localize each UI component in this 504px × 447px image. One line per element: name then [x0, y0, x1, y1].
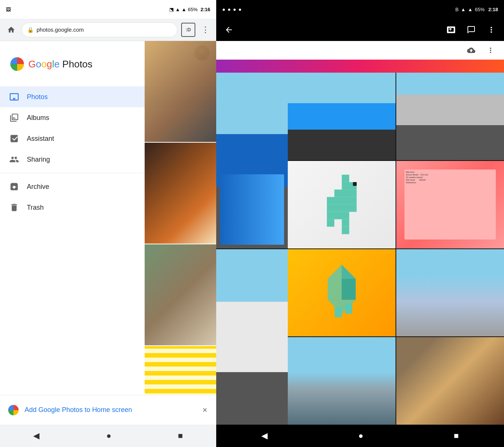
- time-left: 2:16: [201, 7, 210, 12]
- archive-nav-icon: [9, 181, 19, 192]
- svg-rect-17: [335, 307, 342, 317]
- photo-thumb-drink[interactable]: [145, 244, 216, 345]
- svg-rect-8: [327, 205, 357, 212]
- right-status-icons-right: B ▲ ▲ 65% 2:18: [456, 7, 498, 12]
- bluetooth-icon: ⬔: [169, 7, 174, 12]
- slide-menu: Google Photos Photos Albums Ass: [0, 41, 216, 447]
- upload-button[interactable]: [464, 43, 479, 58]
- photos-nav-icon: [9, 92, 19, 102]
- photo-icon-status: 🖼: [6, 7, 11, 12]
- trash-nav-label: Trash: [27, 204, 44, 212]
- photo-thumb-food1[interactable]: [145, 41, 216, 142]
- right-photo-grid: Web Push Service Worker CSS Grid ES modu…: [288, 73, 504, 425]
- wifi-icon: ▲: [175, 7, 180, 12]
- url-text: photos.google.com: [37, 26, 172, 33]
- archive-nav-label: Archive: [27, 183, 49, 191]
- signal-icon-right: ▲: [468, 7, 473, 12]
- back-button-left[interactable]: ◀: [33, 431, 40, 441]
- assistant-nav-label: Assistant: [27, 135, 54, 143]
- sharing-nav-icon: [9, 154, 19, 165]
- address-bar[interactable]: 🔒 photos.google.com: [22, 22, 177, 37]
- add-photo-button[interactable]: [443, 22, 459, 38]
- add-to-home-bar: Add Google Photos to Home screen ×: [0, 395, 216, 425]
- photo-strip-left: [145, 41, 216, 447]
- back-button-right[interactable]: [221, 22, 237, 38]
- svg-rect-4: [341, 175, 349, 182]
- svg-rect-11: [341, 219, 349, 227]
- top-partial-image: [216, 60, 504, 73]
- time-right: 2:18: [488, 7, 498, 12]
- photo-dino-3d[interactable]: [288, 249, 396, 337]
- add-to-home-text: Add Google Photos to Home screen: [25, 406, 196, 414]
- svg-rect-10: [327, 219, 334, 227]
- photo-truck-row1-left[interactable]: [288, 73, 396, 160]
- status-bar-right: ● ● ● ● B ▲ ▲ 65% 2:18: [216, 0, 504, 19]
- address-bar-area: 🔒 photos.google.com :D ⋮: [0, 19, 216, 41]
- whatsapp-icon: ●: [222, 6, 225, 12]
- photo-car-row1-right[interactable]: [396, 73, 504, 160]
- trash-nav-icon: [9, 202, 19, 213]
- svg-marker-16: [342, 279, 356, 299]
- status-bar-left: 🖼 ⬔ ▲ ▲ 65% 2:16: [0, 0, 216, 19]
- svg-rect-9: [327, 212, 349, 219]
- top-toolbar-right: [216, 19, 504, 41]
- back-button-right-nav[interactable]: ◀: [261, 431, 268, 441]
- chat-button[interactable]: [463, 22, 479, 38]
- more-button-right[interactable]: [483, 22, 500, 38]
- tab-switcher-button[interactable]: :D: [181, 23, 195, 37]
- photo-crowd-outdoor[interactable]: [288, 337, 396, 425]
- left-photo-strip: [216, 73, 288, 425]
- photo-thumb-steak[interactable]: [145, 143, 216, 244]
- svg-rect-13: [353, 182, 356, 186]
- battery-text: 65%: [188, 7, 198, 12]
- sharing-nav-label: Sharing: [27, 156, 50, 164]
- right-panel: ● ● ● ● B ▲ ▲ 65% 2:18: [216, 0, 504, 447]
- photo-actions-bar: [216, 41, 504, 60]
- actions-more-button[interactable]: [483, 43, 498, 58]
- wifi-icon-right: ▲: [461, 7, 466, 12]
- battery-right: 65%: [475, 7, 485, 12]
- bluetooth-icon-right: B: [456, 7, 459, 12]
- bottom-nav-bar-left: ◀ ● ■: [0, 425, 216, 447]
- recents-button-right-nav[interactable]: ■: [454, 431, 459, 441]
- browser-more-button[interactable]: ⋮: [199, 23, 212, 36]
- photo-building[interactable]: [396, 249, 504, 337]
- image-icon: ●: [233, 6, 236, 12]
- signal-icon: ▲: [182, 7, 186, 12]
- left-status-icons: 🖼: [6, 7, 11, 12]
- photo-food-bottles[interactable]: [396, 337, 504, 425]
- photos-nav-label: Photos: [27, 93, 48, 101]
- svg-marker-15: [342, 265, 356, 279]
- photos-container: Web Push Service Worker CSS Grid ES modu…: [216, 73, 504, 425]
- recents-button-left[interactable]: ■: [178, 431, 183, 441]
- right-status-icons-left: ● ● ● ●: [222, 6, 242, 12]
- svg-rect-12: [341, 227, 349, 234]
- left-panel: 🖼 ⬔ ▲ ▲ 65% 2:16 🔒 photos.google.com :D …: [0, 0, 216, 447]
- svg-rect-7: [327, 197, 357, 205]
- photo-car-white[interactable]: [216, 249, 288, 425]
- svg-rect-18: [345, 303, 352, 314]
- left-status-right: ⬔ ▲ ▲ 65% 2:16: [169, 7, 210, 12]
- home-button[interactable]: [4, 23, 18, 37]
- photo-trucks-blue[interactable]: [216, 73, 288, 248]
- assistant-nav-icon: [9, 133, 19, 144]
- albums-nav-icon: [9, 112, 19, 123]
- photo-dino-pixel[interactable]: [288, 161, 396, 248]
- home-button-left[interactable]: ●: [106, 431, 111, 441]
- lock-icon: 🔒: [27, 27, 34, 33]
- svg-rect-6: [334, 190, 357, 197]
- albums-nav-label: Albums: [27, 114, 49, 122]
- home-button-right-nav[interactable]: ●: [358, 431, 363, 441]
- close-add-button[interactable]: ×: [201, 404, 209, 416]
- bottom-nav-bar-right: ◀ ● ■: [216, 425, 504, 447]
- logo-text: Google Photos: [28, 58, 92, 70]
- bell-icon: ●: [227, 6, 230, 12]
- shield-icon: ●: [238, 6, 241, 12]
- photo-tech-slide[interactable]: Web Push Service Worker CSS Grid ES modu…: [396, 161, 504, 248]
